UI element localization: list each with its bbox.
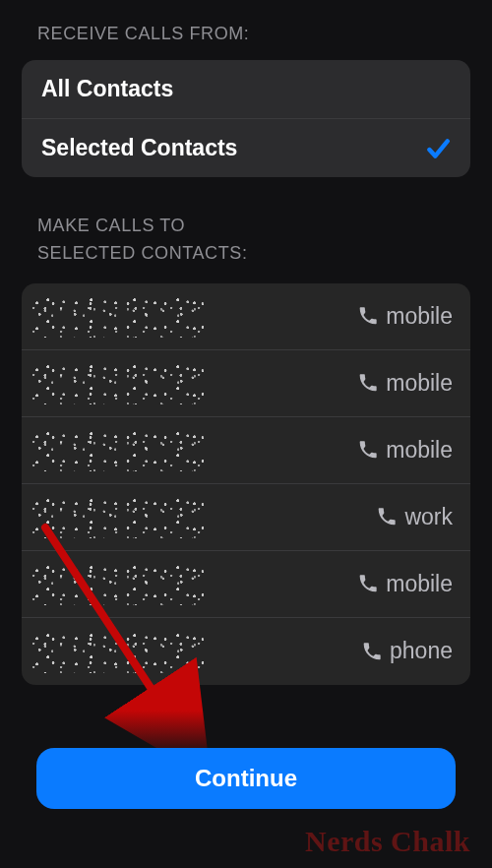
- contact-type-label: mobile: [386, 571, 453, 597]
- list-item[interactable]: mobile: [22, 283, 470, 350]
- contact-name-redacted: [31, 361, 204, 404]
- list-item[interactable]: work: [22, 484, 470, 551]
- list-item[interactable]: mobile: [22, 350, 470, 417]
- contact-name-redacted: [31, 630, 204, 673]
- contact-name-redacted: [31, 294, 204, 338]
- phone-icon: [358, 574, 378, 593]
- option-all-contacts[interactable]: All Contacts: [22, 60, 470, 119]
- contact-type-group: mobile: [358, 370, 453, 397]
- contact-type-group: mobile: [358, 571, 453, 597]
- option-selected-contacts[interactable]: Selected Contacts: [22, 119, 470, 177]
- receive-calls-header: Receive Calls From:: [0, 18, 492, 54]
- list-item[interactable]: phone: [22, 618, 470, 685]
- contact-type-label: mobile: [386, 303, 453, 330]
- make-calls-header-line1: Make Calls to: [37, 216, 185, 235]
- option-label: All Contacts: [41, 76, 173, 102]
- phone-icon: [358, 440, 378, 460]
- contact-type-label: work: [404, 504, 453, 530]
- contact-type-group: work: [377, 504, 453, 530]
- contact-name-redacted: [31, 562, 204, 605]
- phone-icon: [358, 306, 378, 326]
- make-calls-header-line2: Selected Contacts:: [37, 243, 248, 263]
- checkmark-icon: [425, 136, 451, 161]
- make-calls-header: Make Calls to Selected Contacts:: [0, 177, 492, 278]
- phone-icon: [377, 507, 397, 527]
- list-item[interactable]: mobile: [22, 551, 470, 618]
- contact-type-group: phone: [362, 638, 453, 664]
- contact-type-label: phone: [390, 638, 453, 664]
- option-label: Selected Contacts: [41, 135, 237, 161]
- selected-contacts-list: mobile mobile mobile work: [22, 283, 470, 685]
- contact-name-redacted: [31, 428, 204, 471]
- receive-calls-card: All Contacts Selected Contacts: [22, 60, 470, 177]
- contact-type-group: mobile: [358, 437, 453, 464]
- list-item[interactable]: mobile: [22, 417, 470, 484]
- phone-icon: [362, 642, 382, 661]
- phone-icon: [358, 373, 378, 393]
- contact-type-label: mobile: [386, 370, 453, 397]
- continue-button[interactable]: Continue: [36, 748, 456, 809]
- contact-type-group: mobile: [358, 303, 453, 330]
- watermark: Nerds Chalk: [305, 825, 470, 858]
- contact-type-label: mobile: [386, 437, 453, 464]
- contact-name-redacted: [31, 495, 204, 538]
- settings-screen: Receive Calls From: All Contacts Selecte…: [0, 0, 492, 868]
